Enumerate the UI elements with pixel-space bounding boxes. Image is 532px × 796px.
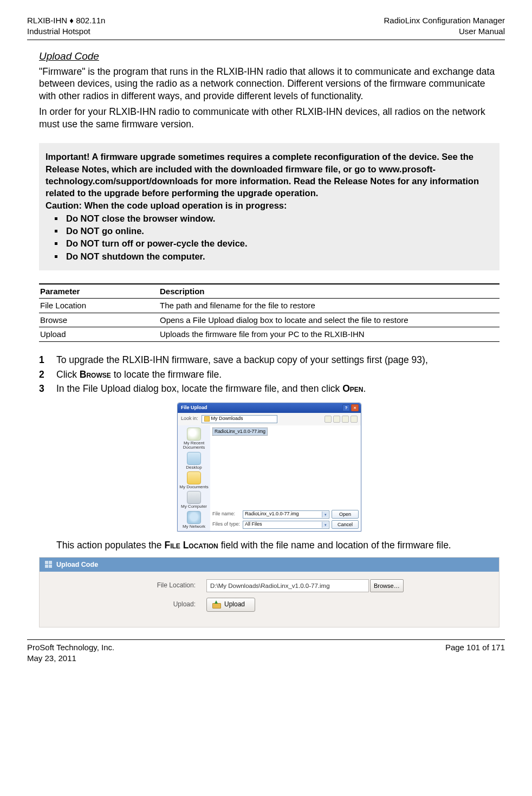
open-word: Open [342,383,363,394]
footer-right-1: Page 101 of 171 [445,642,505,653]
file-location-word: File Location [164,540,218,551]
step-number: 1 [39,354,56,366]
places-mycomp[interactable]: My Computer [181,491,207,509]
cancel-button[interactable]: Cancel [332,520,359,529]
up-icon[interactable] [333,416,340,423]
important-item: Do NOT turn off or power-cycle the devic… [64,237,493,249]
step-3-text: In the File Upload dialog box, locate th… [56,383,499,395]
section-title: Upload Code [39,50,499,63]
label: My Documents [179,484,208,489]
table-row: Browse Opens a File Upload dialog box to… [39,313,499,327]
file-location-input[interactable]: D:\My Downloads\RadioLinx_v1.0.0-77.img [206,579,369,592]
places-bar: My Recent Documents Desktop My Documents… [178,425,210,531]
intro-paragraph-1: "Firmware" is the program that runs in t… [39,66,499,102]
important-text-2: Caution: When the code upload operation … [46,199,493,211]
label: My Recent Documents [183,441,205,450]
browse-word: Browse [80,369,111,380]
footer-left-1: ProSoft Technology, Inc. [27,642,114,653]
parameter-table: Parameter Description File Location The … [39,283,499,342]
txt: field with the file name and location of… [218,540,451,551]
upload-button[interactable]: Upload [206,598,255,612]
filename-input[interactable]: RadioLinx_v1.0.0-77.img▾ [243,510,329,519]
folder-icon [204,416,210,422]
cell-desc: The path and filename for the file to re… [159,299,499,313]
filename-label: File name: [212,511,241,517]
th-description: Description [159,284,499,299]
important-note-box: Important! A firmware upgrade sometimes … [39,143,499,270]
th-parameter: Parameter [39,284,159,299]
step-number: 3 [39,383,56,395]
important-item: Do NOT shutdown the computer. [64,250,493,262]
cell-param: Browse [39,313,159,327]
dialog-titlebar[interactable]: File Upload ? × [178,403,361,413]
mydocs-icon [187,471,201,484]
header-left-2: Industrial Hotspot [27,26,90,37]
places-recent[interactable]: My Recent Documents [178,428,210,450]
txt: to locate the firmware file. [111,369,222,380]
header-left-1: RLXIB-IHN ♦ 802.11n [27,15,105,26]
file-upload-dialog: File Upload ? × Look in: My Downloads [177,403,361,532]
file-location-label: File Location: [49,581,206,590]
chevron-down-icon[interactable]: ▾ [322,512,328,517]
chevron-down-icon[interactable]: ▾ [322,522,328,528]
filetype-input[interactable]: All Files▾ [243,521,329,529]
cell-param: File Location [39,299,159,313]
places-mynet[interactable]: My Network [183,511,205,529]
mynet-icon [187,511,201,524]
cell-desc: Uploads the firmware file from your PC t… [159,327,499,342]
label: My Network [183,524,205,529]
filetype-label: Files of type: [212,521,241,528]
newfolder-icon[interactable] [342,416,349,423]
browse-button[interactable]: Browse… [370,579,404,592]
file-item-selected[interactable]: RadioLinx_v1.0.0-77.img [212,428,268,436]
page-footer-2: May 23, 2011 [27,653,505,664]
page-footer: ProSoft Technology, Inc. Page 101 of 171 [27,642,505,653]
label: Desktop [186,465,202,470]
desktop-icon [187,452,201,465]
step-2-text: Click Browse to locate the firmware file… [56,368,499,381]
upload-icon [212,601,220,609]
page-header: RLXIB-IHN ♦ 802.11n RadioLinx Configurat… [27,15,505,26]
txt: Click [56,369,80,380]
open-button[interactable]: Open [332,510,359,519]
help-icon[interactable]: ? [342,404,350,411]
viewmenu-icon[interactable] [351,416,358,423]
value: D:\My Downloads\RadioLinx_v1.0.0-77.img [210,582,330,590]
page-header-2: Industrial Hotspot User Manual [27,26,505,37]
places-desktop[interactable]: Desktop [186,452,202,470]
panel-icon [45,561,52,568]
file-list-area[interactable]: RadioLinx_v1.0.0-77.img File name: Radio… [210,425,361,531]
intro-paragraph-2: In order for your RLXIB-IHN radio to com… [39,106,499,131]
table-row: File Location The path and filename for … [39,299,499,313]
recent-icon [187,428,201,441]
step-1-text: To upgrade the RLXIB-IHN firmware, save … [56,354,499,366]
steps-list: 1 To upgrade the RLXIB-IHN firmware, sav… [39,354,499,395]
cell-desc: Opens a File Upload dialog box to locate… [159,313,499,327]
txt: In the File Upload dialog box, locate th… [56,383,342,394]
upload-label: Upload: [49,600,206,609]
panel-title: Upload Code [40,558,499,572]
populate-text: This action populates the File Location … [56,539,499,552]
table-row: Upload Uploads the firmware file from yo… [39,327,499,342]
footer-rule [27,639,505,640]
txt: . [364,383,366,394]
lookin-combo[interactable]: My Downloads [202,415,277,423]
txt: This action populates the [56,540,164,551]
step-number: 2 [39,368,56,381]
cell-param: Upload [39,327,159,342]
value: All Files [245,521,262,528]
label: Upload [224,600,245,609]
important-text-1: Important! A firmware upgrade sometimes … [46,151,493,199]
important-item: Do NOT close the browser window. [64,212,493,224]
header-rule [27,40,505,40]
dialog-toolbar: Look in: My Downloads [178,413,361,425]
lookin-label: Look in: [181,416,198,422]
places-mydocs[interactable]: My Documents [179,471,208,489]
footer-left-2: May 23, 2011 [27,653,76,664]
label: My Computer [181,504,207,509]
back-icon[interactable] [325,416,332,423]
panel-title-text: Upload Code [56,560,98,569]
close-icon[interactable]: × [351,404,359,411]
header-right-1: RadioLinx Configuration Manager [384,15,505,26]
lookin-value: My Downloads [211,416,243,422]
